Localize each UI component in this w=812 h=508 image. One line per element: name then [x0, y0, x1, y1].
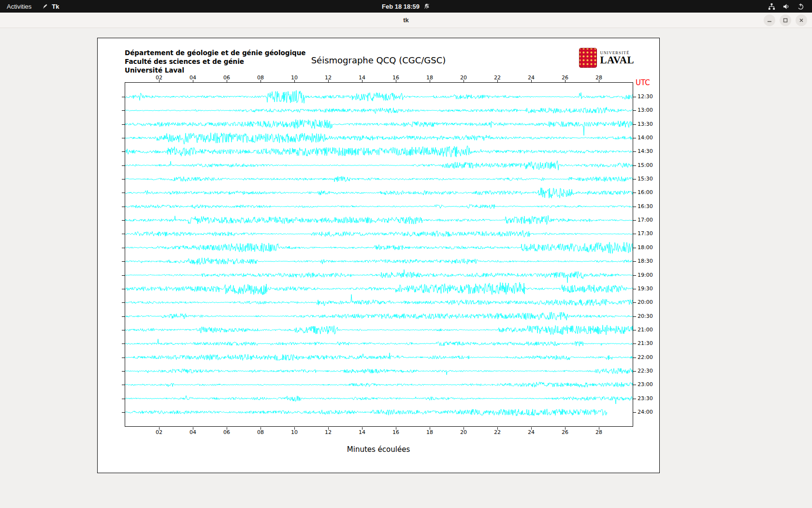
- row-tick-left: [122, 330, 125, 330]
- row-tick-right: [633, 179, 636, 179]
- row-tick-left: [122, 261, 125, 262]
- x-tick-label-top: 10: [291, 75, 298, 81]
- x-tick-label-bottom: 20: [460, 429, 467, 435]
- row-tick-right: [633, 193, 636, 193]
- time-label: 18:30: [638, 258, 653, 264]
- x-tick-label-bottom: 16: [392, 429, 399, 435]
- x-tick-label-top: 28: [595, 75, 602, 81]
- x-tick-label-top: 18: [426, 75, 433, 81]
- x-tick-label-bottom: 28: [595, 429, 602, 435]
- row-tick-right: [633, 261, 636, 262]
- window-controls: [764, 15, 807, 26]
- x-tick-label-bottom: 14: [359, 429, 365, 435]
- row-tick-left: [122, 138, 125, 138]
- window-title: tk: [403, 16, 409, 24]
- close-button[interactable]: [796, 15, 807, 26]
- row-tick-right: [633, 358, 636, 358]
- minimize-button[interactable]: [764, 15, 775, 26]
- row-tick-left: [122, 193, 125, 193]
- row-tick-left: [122, 179, 125, 179]
- row-tick-left: [122, 207, 125, 207]
- window-title-bar[interactable]: tk: [0, 13, 812, 28]
- row-tick-left: [122, 302, 125, 303]
- universite-laval-logo: UNIVERSITÉ LAVAL: [579, 48, 634, 68]
- row-tick-left: [122, 124, 125, 125]
- time-label: 20:30: [638, 313, 653, 319]
- time-label: 16:00: [638, 189, 653, 195]
- row-tick-left: [122, 275, 125, 276]
- x-tick-label-bottom: 10: [291, 429, 298, 435]
- row-tick-right: [633, 412, 636, 413]
- x-tick-label-top: 02: [156, 75, 162, 81]
- time-label: 19:00: [638, 272, 653, 278]
- row-tick-left: [122, 316, 125, 317]
- notifications-muted-icon: [423, 3, 430, 10]
- row-tick-left: [122, 289, 125, 289]
- row-tick-left: [122, 344, 125, 344]
- row-tick-left: [122, 220, 125, 221]
- x-tick-label-top: 04: [189, 75, 196, 81]
- x-tick-label-top: 16: [392, 75, 399, 81]
- row-tick-left: [122, 412, 125, 413]
- x-tick-label-top: 08: [257, 75, 264, 81]
- system-menu[interactable]: [768, 0, 812, 13]
- row-tick-left: [122, 110, 125, 111]
- x-tick-label-bottom: 08: [257, 429, 264, 435]
- time-label: 24:00: [638, 409, 653, 415]
- x-tick-label-bottom: 22: [494, 429, 501, 435]
- activities-button[interactable]: Activities: [7, 3, 31, 10]
- time-label: 18:00: [638, 244, 653, 251]
- time-label: 17:00: [638, 217, 653, 223]
- row-tick-right: [633, 399, 636, 399]
- laval-logo-text: UNIVERSITÉ LAVAL: [600, 50, 634, 65]
- row-tick-left: [122, 371, 125, 372]
- time-label: 14:30: [638, 148, 653, 154]
- row-tick-left: [122, 358, 125, 358]
- row-tick-right: [633, 138, 636, 138]
- time-label: 23:30: [638, 395, 653, 402]
- tk-icon: [42, 3, 48, 10]
- row-tick-right: [633, 302, 636, 303]
- row-tick-left: [122, 385, 125, 385]
- row-tick-right: [633, 330, 636, 330]
- volume-icon: [783, 3, 790, 10]
- power-icon: [797, 3, 804, 10]
- row-tick-left: [122, 234, 125, 234]
- app-indicator[interactable]: Tk: [42, 3, 59, 10]
- clock-menu[interactable]: Feb 18 18:59: [382, 0, 430, 13]
- time-label: 17:30: [638, 230, 653, 237]
- maximize-button[interactable]: [780, 15, 791, 26]
- row-tick-right: [633, 97, 636, 97]
- time-label: 15:00: [638, 162, 653, 168]
- x-tick-label-top: 22: [494, 75, 501, 81]
- time-label: 13:00: [638, 107, 653, 113]
- row-tick-left: [122, 248, 125, 248]
- x-axis-title: Minutes écoulées: [98, 445, 659, 454]
- time-label: 23:00: [638, 381, 653, 388]
- row-tick-right: [633, 220, 636, 221]
- page-title: Séismographe QCQ (CGC/GSC): [98, 55, 659, 65]
- time-label: 12:30: [638, 93, 653, 100]
- time-label: 21:30: [638, 340, 653, 346]
- row-tick-right: [633, 344, 636, 344]
- row-tick-left: [122, 165, 125, 166]
- x-tick-label-bottom: 24: [528, 429, 535, 435]
- seismograph-panel: Département de géologie et de génie géol…: [97, 38, 660, 473]
- laval-shield-icon: [579, 48, 597, 68]
- x-tick-label-top: 14: [359, 75, 365, 81]
- x-tick-label-top: 12: [325, 75, 332, 81]
- time-label: 19:30: [638, 285, 653, 292]
- time-label: 22:30: [638, 368, 653, 374]
- row-tick-right: [633, 124, 636, 125]
- row-tick-left: [122, 151, 125, 152]
- x-tick-label-top: 26: [562, 75, 568, 81]
- row-tick-left: [122, 97, 125, 97]
- time-label: 16:30: [638, 203, 653, 209]
- row-tick-right: [633, 385, 636, 385]
- row-tick-right: [633, 275, 636, 276]
- row-tick-right: [633, 371, 636, 372]
- x-tick-label-bottom: 12: [325, 429, 332, 435]
- x-tick-label-bottom: 18: [426, 429, 433, 435]
- logo-laval: LAVAL: [600, 55, 634, 65]
- row-tick-right: [633, 234, 636, 234]
